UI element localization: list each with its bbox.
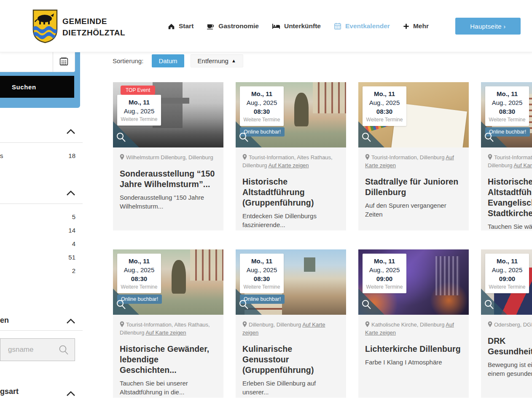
event-card[interactable]: Mo., 11 Aug., 2025 09:00 Weitere Termine…: [358, 249, 469, 398]
weitere-termine-link[interactable]: Weitere Termine: [364, 116, 405, 123]
event-card[interactable]: Mo., 11 Aug., 2025 08:30 Weitere Termine…: [236, 249, 346, 398]
event-day: Mo., 11: [487, 89, 527, 98]
zoom-magnifier-icon[interactable]: [361, 299, 372, 312]
sort-label: Sortierung:: [113, 57, 143, 64]
pin-icon: [242, 321, 249, 328]
filter-item-count[interactable]: 5: [0, 213, 75, 220]
event-card-body: Odersberg, DGH, Dietzhölztal DRK Gesundh…: [481, 315, 532, 398]
event-title[interactable]: Historische Altstadtführung (Gruppenführ…: [242, 177, 339, 208]
hauptseite-button[interactable]: Hauptseite ›: [455, 18, 521, 35]
location-text: Wilhelmsturm Dillenburg, Dillenburg: [126, 154, 213, 161]
event-card[interactable]: Mo., 11 Aug., 2025 09:00 Weitere Termine…: [481, 249, 532, 398]
date-input-field[interactable]: [0, 52, 75, 72]
map-link[interactable]: Auf Karte zeigen: [145, 329, 186, 336]
event-title[interactable]: Historische Altstadtführung inkl. Evange…: [488, 177, 532, 219]
nav-item-eventkalender[interactable]: Eventkalender: [334, 22, 390, 30]
filter-item-count[interactable]: 51: [0, 254, 75, 261]
event-card-body: Wilhelmsturm Dillenburg, Dillenburg Sond…: [113, 147, 223, 230]
collapse-chevron-icon[interactable]: [66, 318, 76, 325]
header: GEMEINDE DIETZHÖLZTAL Start Gastronomie: [0, 0, 532, 52]
datepicker-button[interactable]: [53, 52, 75, 72]
pin-icon: [120, 321, 126, 328]
event-image[interactable]: Mo., 11 Aug., 2025 08:30 Weitere Termine: [358, 82, 469, 147]
event-image[interactable]: Mo., 11 Aug., 2025 08:30 Weitere Termine…: [236, 249, 346, 315]
zoom-magnifier-icon[interactable]: [361, 132, 372, 145]
filter-item-count[interactable]: 4: [0, 240, 75, 247]
collapse-chevron-icon[interactable]: [66, 190, 76, 197]
zoom-magnifier-icon[interactable]: [484, 132, 495, 145]
date-box-column: Mo., 11 Aug., 2025 08:30 Weitere Termine: [363, 86, 406, 126]
filter-item-count[interactable]: 2: [0, 267, 75, 274]
event-day: Mo., 11: [364, 257, 405, 265]
nav-item-unterkuenfte[interactable]: Unterkünfte: [272, 22, 321, 30]
date-box: Mo., 11 Aug., 2025 08:30 Weitere Termine: [485, 86, 529, 126]
event-image[interactable]: Mo., 11 Aug., 2025 08:30 Weitere Termine…: [481, 82, 532, 147]
zoom-magnifier-icon[interactable]: [116, 299, 127, 312]
event-title[interactable]: Historische Gewänder, lebendige Geschich…: [120, 344, 217, 375]
event-month-year: Aug., 2025: [487, 265, 527, 274]
calendar-icon: [334, 22, 341, 30]
filter-item-count[interactable]: 18: [0, 152, 75, 159]
event-title[interactable]: Lichterkirche Dillenburg: [365, 344, 462, 354]
event-image[interactable]: TOP Event Mo., 11 Aug., 2025 Weitere Ter…: [113, 82, 223, 147]
suchen-button[interactable]: Suchen: [0, 76, 74, 98]
event-name-search-input[interactable]: [0, 338, 75, 361]
event-card[interactable]: TOP Event Mo., 11 Aug., 2025 Weitere Ter…: [113, 82, 223, 230]
event-location: Wilhelmsturm Dillenburg, Dillenburg: [120, 153, 217, 161]
location-text: Odersberg, DGH, Dietzhölztal: [494, 321, 532, 328]
filter-sidebar: Suchen s 18 5 14 4 51 2 en gsart: [0, 52, 89, 399]
event-title[interactable]: Sonderausstellung “150 Jahre Wilhelmstur…: [120, 169, 217, 190]
nav-item-mehr[interactable]: Mehr: [403, 22, 429, 30]
date-box: Mo., 11 Aug., 2025 09:00 Weitere Termine: [485, 254, 529, 293]
event-image[interactable]: Mo., 11 Aug., 2025 08:30 Weitere Termine…: [113, 249, 223, 315]
event-card[interactable]: Mo., 11 Aug., 2025 08:30 Weitere Termine…: [358, 82, 469, 230]
sort-bar: Sortierung: Datum Entfernung ▲: [113, 54, 250, 67]
event-card[interactable]: Mo., 11 Aug., 2025 08:30 Weitere Termine…: [113, 249, 223, 398]
event-day: Mo., 11: [364, 89, 405, 98]
event-description: Tauchen Sie bei unserer Altstadtführung …: [120, 379, 217, 396]
zoom-magnifier-icon[interactable]: [239, 132, 250, 145]
event-location: Tourist-Information, Dillenburg Auf Kart…: [365, 153, 462, 169]
location-text: Dillenburg, Dillenburg: [249, 321, 301, 328]
event-day: Mo., 11: [487, 257, 527, 265]
page: GEMEINDE DIETZHÖLZTAL Start Gastronomie: [0, 0, 532, 399]
event-title[interactable]: Stadtrallye für Junioren Dillenburg: [365, 177, 462, 198]
event-description: Auf den Spuren vergangener Zeiten: [365, 201, 462, 219]
collapse-chevron-icon[interactable]: [66, 390, 76, 398]
event-card[interactable]: Mo., 11 Aug., 2025 08:30 Weitere Termine…: [236, 82, 346, 230]
nav-item-gastronomie[interactable]: Gastronomie: [207, 22, 259, 30]
event-description: Tauchen Sie während der zweistündigen...: [488, 222, 532, 230]
nav-item-start[interactable]: Start: [168, 22, 193, 30]
event-title[interactable]: Kulinarische Genusstour (Gruppenführung): [242, 344, 339, 375]
plus-icon: [403, 23, 409, 29]
weitere-termine-link[interactable]: Weitere Termine: [242, 283, 282, 291]
zoom-magnifier-icon[interactable]: [116, 132, 127, 145]
map-link[interactable]: Auf Karte zeigen: [513, 162, 532, 169]
event-month-year: Aug., 2025: [487, 98, 527, 107]
weitere-termine-link[interactable]: Weitere Termine: [364, 283, 405, 291]
weitere-termine-link[interactable]: Weitere Termine: [119, 283, 159, 291]
event-time: 09:00: [364, 274, 405, 283]
event-title[interactable]: DRK Gesundheitssportgruppe: [488, 336, 532, 357]
weitere-termine-link[interactable]: Weitere Termine: [487, 283, 527, 291]
zoom-magnifier-icon[interactable]: [239, 299, 250, 312]
event-description: Erleben Sie Dillenburg auf unserer...: [242, 379, 339, 396]
weitere-termine-link[interactable]: Weitere Termine: [487, 116, 527, 123]
event-location: Tourist-Information, Altes Rathaus, Dill…: [488, 153, 532, 169]
event-description: Entdecken Sie Dillenburgs faszinierende.…: [242, 212, 339, 229]
event-description: Sonderausstellung “150 Jahre Wilhelmstur…: [120, 193, 217, 211]
event-image[interactable]: Mo., 11 Aug., 2025 08:30 Weitere Termine…: [236, 82, 346, 147]
collapse-chevron-icon[interactable]: [66, 128, 76, 136]
zoom-magnifier-icon[interactable]: [484, 299, 495, 312]
sort-by-distance-button[interactable]: Entfernung ▲: [191, 54, 243, 67]
map-link[interactable]: Auf Karte zeigen: [268, 162, 309, 169]
filter-item-count[interactable]: 14: [0, 227, 75, 234]
weitere-termine-link[interactable]: Weitere Termine: [242, 116, 282, 123]
sort-by-date-button[interactable]: Datum: [152, 54, 184, 67]
event-image[interactable]: Mo., 11 Aug., 2025 09:00 Weitere Termine: [358, 249, 469, 315]
weitere-termine-link[interactable]: Weitere Termine: [119, 115, 159, 123]
event-description: Farbe I Klang I Atmosphäre: [365, 358, 462, 367]
event-image[interactable]: Mo., 11 Aug., 2025 09:00 Weitere Termine: [481, 249, 532, 315]
event-card[interactable]: Mo., 11 Aug., 2025 08:30 Weitere Termine…: [481, 82, 532, 230]
event-card-body: Tourist-Information, Dillenburg Auf Kart…: [358, 147, 469, 230]
